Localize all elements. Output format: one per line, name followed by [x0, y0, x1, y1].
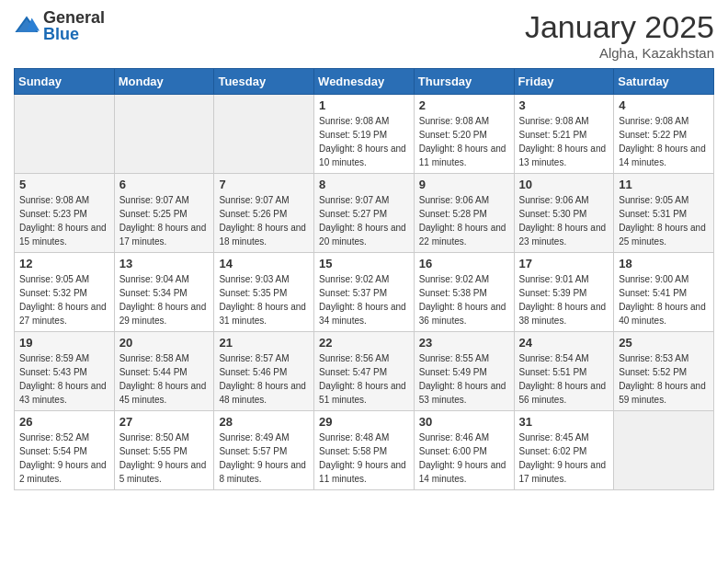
day-number: 1 — [319, 98, 409, 112]
day-info: Sunrise: 9:07 AMSunset: 5:25 PMDaylight:… — [119, 193, 210, 248]
week-row-5: 26Sunrise: 8:52 AMSunset: 5:54 PMDayligh… — [15, 411, 714, 490]
day-number: 17 — [519, 257, 609, 270]
day-number: 13 — [119, 257, 210, 270]
header-tuesday: Tuesday — [214, 69, 314, 95]
day-number: 10 — [519, 178, 609, 191]
title-block: January 2025 Algha, Kazakhstan — [525, 9, 714, 61]
calendar-cell: 1Sunrise: 9:08 AMSunset: 5:19 PMDaylight… — [314, 95, 415, 174]
day-info: Sunrise: 8:54 AMSunset: 5:51 PMDaylight:… — [519, 351, 609, 407]
calendar-cell: 12Sunrise: 9:05 AMSunset: 5:32 PMDayligh… — [15, 253, 115, 332]
day-info: Sunrise: 9:07 AMSunset: 5:26 PMDaylight:… — [219, 193, 309, 248]
calendar-cell: 3Sunrise: 9:08 AMSunset: 5:21 PMDaylight… — [514, 95, 614, 174]
day-number: 12 — [19, 257, 109, 270]
calendar-cell: 29Sunrise: 8:48 AMSunset: 5:58 PMDayligh… — [314, 411, 415, 490]
day-number: 21 — [219, 336, 309, 350]
day-number: 23 — [419, 336, 509, 350]
day-number: 30 — [419, 415, 509, 429]
calendar-cell: 15Sunrise: 9:02 AMSunset: 5:37 PMDayligh… — [314, 253, 415, 332]
calendar-cell: 9Sunrise: 9:06 AMSunset: 5:28 PMDaylight… — [414, 174, 514, 253]
day-info: Sunrise: 9:08 AMSunset: 5:22 PMDaylight:… — [619, 114, 709, 169]
day-info: Sunrise: 8:55 AMSunset: 5:49 PMDaylight:… — [419, 351, 509, 407]
day-info: Sunrise: 8:49 AMSunset: 5:57 PMDaylight:… — [219, 431, 309, 486]
header-saturday: Saturday — [614, 69, 714, 95]
day-info: Sunrise: 9:05 AMSunset: 5:31 PMDaylight:… — [619, 193, 709, 248]
day-number: 5 — [19, 178, 109, 191]
day-info: Sunrise: 9:08 AMSunset: 5:23 PMDaylight:… — [19, 193, 109, 248]
day-info: Sunrise: 9:02 AMSunset: 5:37 PMDaylight:… — [319, 272, 409, 327]
calendar-cell: 11Sunrise: 9:05 AMSunset: 5:31 PMDayligh… — [614, 174, 714, 253]
day-info: Sunrise: 8:45 AMSunset: 6:02 PMDaylight:… — [519, 431, 609, 486]
logo-icon — [14, 13, 40, 39]
month-title: January 2025 — [525, 9, 714, 45]
day-info: Sunrise: 8:50 AMSunset: 5:55 PMDaylight:… — [119, 431, 210, 486]
day-number: 4 — [619, 98, 709, 112]
calendar-cell: 7Sunrise: 9:07 AMSunset: 5:26 PMDaylight… — [214, 174, 314, 253]
day-number: 22 — [319, 336, 409, 350]
day-number: 20 — [119, 336, 210, 350]
logo-text: General Blue — [43, 9, 105, 42]
logo: General Blue — [14, 9, 105, 42]
calendar-page: General Blue January 2025 Algha, Kazakhs… — [0, 0, 728, 504]
calendar-cell: 30Sunrise: 8:46 AMSunset: 6:00 PMDayligh… — [414, 411, 514, 490]
header-monday: Monday — [114, 69, 214, 95]
calendar-cell: 13Sunrise: 9:04 AMSunset: 5:34 PMDayligh… — [114, 253, 214, 332]
day-number: 29 — [319, 415, 409, 429]
day-number: 3 — [519, 98, 609, 112]
calendar-cell: 8Sunrise: 9:07 AMSunset: 5:27 PMDaylight… — [314, 174, 415, 253]
day-number: 26 — [19, 415, 109, 429]
calendar-cell: 25Sunrise: 8:53 AMSunset: 5:52 PMDayligh… — [614, 332, 714, 411]
logo-general-text: General — [43, 9, 105, 26]
day-number: 19 — [19, 336, 109, 350]
page-header: General Blue January 2025 Algha, Kazakhs… — [14, 9, 714, 61]
calendar-body: 1Sunrise: 9:08 AMSunset: 5:19 PMDaylight… — [15, 95, 714, 490]
day-info: Sunrise: 8:48 AMSunset: 5:58 PMDaylight:… — [319, 431, 409, 486]
day-info: Sunrise: 8:53 AMSunset: 5:52 PMDaylight:… — [619, 351, 709, 407]
location-title: Algha, Kazakhstan — [525, 45, 714, 61]
day-number: 6 — [119, 178, 210, 191]
calendar-cell: 31Sunrise: 8:45 AMSunset: 6:02 PMDayligh… — [514, 411, 614, 490]
calendar-cell: 16Sunrise: 9:02 AMSunset: 5:38 PMDayligh… — [414, 253, 514, 332]
calendar-cell: 26Sunrise: 8:52 AMSunset: 5:54 PMDayligh… — [15, 411, 115, 490]
day-info: Sunrise: 9:08 AMSunset: 5:20 PMDaylight:… — [419, 114, 509, 169]
day-number: 25 — [619, 336, 709, 350]
day-info: Sunrise: 9:08 AMSunset: 5:21 PMDaylight:… — [519, 114, 609, 169]
calendar-header: SundayMondayTuesdayWednesdayThursdayFrid… — [15, 69, 714, 95]
calendar-cell: 10Sunrise: 9:06 AMSunset: 5:30 PMDayligh… — [514, 174, 614, 253]
day-number: 15 — [319, 257, 409, 270]
day-info: Sunrise: 9:01 AMSunset: 5:39 PMDaylight:… — [519, 272, 609, 327]
week-row-1: 1Sunrise: 9:08 AMSunset: 5:19 PMDaylight… — [15, 95, 714, 174]
week-row-4: 19Sunrise: 8:59 AMSunset: 5:43 PMDayligh… — [15, 332, 714, 411]
day-info: Sunrise: 9:05 AMSunset: 5:32 PMDaylight:… — [19, 272, 109, 327]
day-number: 31 — [519, 415, 609, 429]
day-number: 27 — [119, 415, 210, 429]
calendar-cell: 17Sunrise: 9:01 AMSunset: 5:39 PMDayligh… — [514, 253, 614, 332]
day-number: 24 — [519, 336, 609, 350]
day-info: Sunrise: 8:58 AMSunset: 5:44 PMDaylight:… — [119, 351, 210, 407]
calendar-cell: 14Sunrise: 9:03 AMSunset: 5:35 PMDayligh… — [214, 253, 314, 332]
day-info: Sunrise: 8:52 AMSunset: 5:54 PMDaylight:… — [19, 431, 109, 486]
calendar-cell: 20Sunrise: 8:58 AMSunset: 5:44 PMDayligh… — [114, 332, 214, 411]
day-info: Sunrise: 9:08 AMSunset: 5:19 PMDaylight:… — [319, 114, 409, 169]
day-number: 11 — [619, 178, 709, 191]
day-info: Sunrise: 9:06 AMSunset: 5:28 PMDaylight:… — [419, 193, 509, 248]
day-number: 18 — [619, 257, 709, 270]
calendar-table: SundayMondayTuesdayWednesdayThursdayFrid… — [14, 68, 714, 490]
day-info: Sunrise: 8:46 AMSunset: 6:00 PMDaylight:… — [419, 431, 509, 486]
day-number: 28 — [219, 415, 309, 429]
header-friday: Friday — [514, 69, 614, 95]
logo-blue-text: Blue — [43, 26, 105, 42]
calendar-cell: 22Sunrise: 8:56 AMSunset: 5:47 PMDayligh… — [314, 332, 415, 411]
calendar-cell: 2Sunrise: 9:08 AMSunset: 5:20 PMDaylight… — [414, 95, 514, 174]
calendar-cell: 19Sunrise: 8:59 AMSunset: 5:43 PMDayligh… — [15, 332, 115, 411]
day-info: Sunrise: 9:02 AMSunset: 5:38 PMDaylight:… — [419, 272, 509, 327]
header-thursday: Thursday — [414, 69, 514, 95]
calendar-cell: 21Sunrise: 8:57 AMSunset: 5:46 PMDayligh… — [214, 332, 314, 411]
day-info: Sunrise: 8:59 AMSunset: 5:43 PMDaylight:… — [19, 351, 109, 407]
day-number: 9 — [419, 178, 509, 191]
day-info: Sunrise: 9:04 AMSunset: 5:34 PMDaylight:… — [119, 272, 210, 327]
day-number: 2 — [419, 98, 509, 112]
header-sunday: Sunday — [15, 69, 115, 95]
calendar-cell — [614, 411, 714, 490]
calendar-cell — [15, 95, 115, 174]
calendar-cell: 23Sunrise: 8:55 AMSunset: 5:49 PMDayligh… — [414, 332, 514, 411]
